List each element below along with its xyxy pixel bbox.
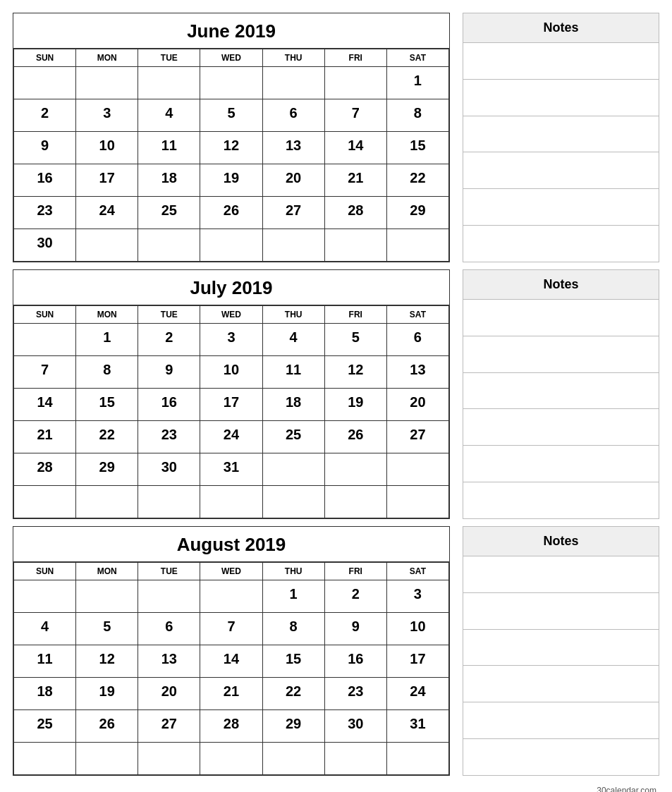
notes-header-1: Notes (463, 269, 659, 300)
notes-line[interactable] (463, 43, 659, 80)
calendar-day: 25 (138, 197, 200, 229)
calendar-day: 6 (262, 99, 324, 132)
day-header: WED (200, 306, 262, 324)
calendar-grid-2: SUNMONTUEWEDTHUFRISAT1234567891011121314… (13, 562, 449, 775)
calendar-day: 3 (76, 99, 138, 132)
notes-line[interactable] (463, 446, 659, 482)
day-header: THU (262, 49, 324, 67)
week-row: 16171819202122 (14, 164, 449, 197)
calendar-day: 3 (200, 324, 262, 356)
notes-line[interactable] (463, 556, 659, 593)
notes-header-0: Notes (463, 13, 659, 43)
calendar-day: 15 (262, 645, 324, 678)
calendar-day (14, 486, 76, 518)
notes-line[interactable] (463, 300, 659, 336)
notes-line[interactable] (463, 189, 659, 226)
calendar-day: 22 (76, 421, 138, 453)
calendar-day: 28 (324, 197, 386, 229)
calendar-day: 4 (138, 99, 200, 132)
calendar-day: 2 (138, 324, 200, 356)
calendar-day: 11 (138, 132, 200, 164)
calendar-day (200, 580, 262, 613)
calendar-day: 15 (76, 389, 138, 421)
calendar-day (386, 229, 448, 262)
calendar-day: 25 (14, 710, 76, 743)
calendar-day: 13 (386, 356, 448, 389)
calendar-day: 19 (76, 678, 138, 710)
calendar-day: 22 (262, 678, 324, 710)
notes-line[interactable] (463, 373, 659, 410)
day-header: SAT (386, 563, 448, 580)
calendar-day: 23 (324, 678, 386, 710)
calendar-day (262, 229, 324, 262)
calendar-day: 6 (138, 613, 200, 645)
calendar-day (200, 229, 262, 262)
notes-section-2: Notes (463, 526, 659, 776)
calendar-day: 27 (262, 197, 324, 229)
notes-line[interactable] (463, 702, 659, 739)
calendar-day (200, 486, 262, 518)
calendar-day: 25 (262, 421, 324, 453)
calendar-day: 17 (76, 164, 138, 197)
calendar-day: 26 (200, 197, 262, 229)
calendar-day (386, 453, 448, 486)
calendar-day: 24 (200, 421, 262, 453)
week-row: 18192021222324 (14, 678, 449, 710)
calendar-day (324, 743, 386, 775)
calendar-day: 16 (14, 164, 76, 197)
calendar-title-2: August 2019 (13, 527, 449, 562)
notes-line[interactable] (463, 482, 659, 519)
month-row-2: August 2019SUNMONTUEWEDTHUFRISAT12345678… (13, 526, 659, 776)
notes-line[interactable] (463, 666, 659, 702)
notes-section-1: Notes (463, 269, 659, 519)
calendar-day (138, 743, 200, 775)
calendar-day (386, 486, 448, 518)
calendar-grid-0: SUNMONTUEWEDTHUFRISAT1234567891011121314… (13, 49, 449, 262)
week-row: 14151617181920 (14, 389, 449, 421)
calendar-day: 21 (200, 678, 262, 710)
calendar-day (76, 486, 138, 518)
day-header: THU (262, 306, 324, 324)
calendar-day: 29 (76, 453, 138, 486)
week-row: 23242526272829 (14, 197, 449, 229)
calendar-day: 10 (386, 613, 448, 645)
calendar-day: 17 (200, 389, 262, 421)
calendar-day: 24 (76, 197, 138, 229)
notes-line[interactable] (463, 409, 659, 446)
week-row: 1 (14, 67, 449, 99)
notes-line[interactable] (463, 336, 659, 373)
notes-line[interactable] (463, 739, 659, 776)
calendar-day: 2 (324, 580, 386, 613)
notes-line[interactable] (463, 630, 659, 666)
calendar-day (76, 67, 138, 99)
calendar-day (76, 743, 138, 775)
calendar-day: 19 (200, 164, 262, 197)
calendar-day: 24 (386, 678, 448, 710)
calendar-day (386, 743, 448, 775)
calendar-day (14, 324, 76, 356)
week-row: 9101112131415 (14, 132, 449, 164)
calendar-day: 12 (324, 356, 386, 389)
notes-line[interactable] (463, 152, 659, 189)
calendar-day: 26 (76, 710, 138, 743)
calendar-day (14, 743, 76, 775)
notes-line[interactable] (463, 593, 659, 630)
calendar-day: 1 (386, 67, 448, 99)
calendar-day: 8 (76, 356, 138, 389)
calendar-day (324, 486, 386, 518)
calendar-1: July 2019SUNMONTUEWEDTHUFRISAT1234567891… (13, 269, 450, 519)
calendar-day (200, 743, 262, 775)
calendar-day: 7 (324, 99, 386, 132)
calendar-day (324, 229, 386, 262)
calendar-day: 2 (14, 99, 76, 132)
notes-line[interactable] (463, 226, 659, 262)
page-layout: June 2019SUNMONTUEWEDTHUFRISAT1234567891… (13, 13, 659, 792)
calendar-day (76, 580, 138, 613)
day-header: TUE (138, 306, 200, 324)
week-row: 28293031 (14, 453, 449, 486)
calendar-day (324, 67, 386, 99)
notes-line[interactable] (463, 80, 659, 116)
calendar-day: 12 (200, 132, 262, 164)
notes-line[interactable] (463, 116, 659, 153)
day-header: MON (76, 306, 138, 324)
